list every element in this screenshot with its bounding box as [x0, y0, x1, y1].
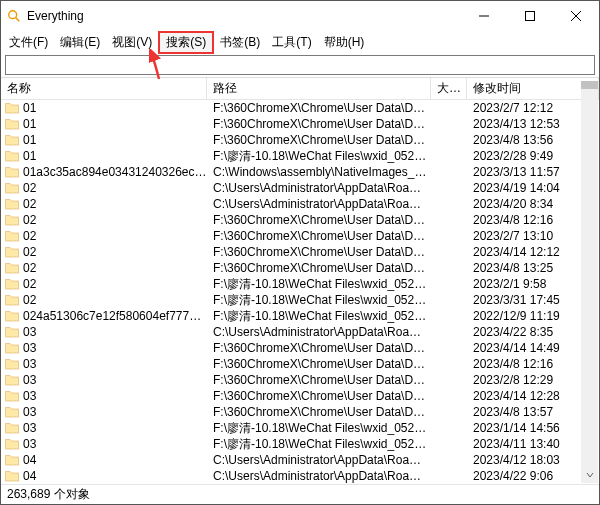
vertical-scrollbar[interactable] [581, 81, 598, 483]
table-row[interactable]: 024a51306c7e12f580604ef77723f877F:\廖清-10… [1, 308, 599, 324]
folder-icon [5, 262, 19, 274]
scroll-thumb[interactable] [581, 81, 598, 89]
table-row[interactable]: 01a3c35ac894e03431240326ecfca933C:\Windo… [1, 164, 599, 180]
table-row[interactable]: 03F:\360ChromeX\Chrome\User Data\Defa...… [1, 340, 599, 356]
table-row[interactable]: 02C:\Users\Administrator\AppData\Roamin.… [1, 196, 599, 212]
search-input[interactable] [5, 55, 595, 75]
column-header-date[interactable]: 修改时间 [467, 78, 599, 99]
folder-icon [5, 294, 19, 306]
cell-date: 2023/2/1 9:58 [467, 277, 599, 291]
cell-name: 02 [23, 229, 207, 243]
folder-icon [5, 310, 19, 322]
table-row[interactable]: 03F:\360ChromeX\Chrome\User Data\Defa...… [1, 404, 599, 420]
cell-name: 02 [23, 245, 207, 259]
table-row[interactable]: 02C:\Users\Administrator\AppData\Roamin.… [1, 180, 599, 196]
table-row[interactable]: 03F:\廖清-10.18\WeChat Files\wxid_052h4x2.… [1, 420, 599, 436]
table-row[interactable]: 03F:\廖清-10.18\WeChat Files\wxid_052h4x2.… [1, 436, 599, 452]
minimize-button[interactable] [461, 1, 507, 31]
cell-date: 2023/4/8 12:16 [467, 357, 599, 371]
cell-date: 2023/4/11 13:40 [467, 437, 599, 451]
table-row[interactable]: 01F:\廖清-10.18\WeChat Files\wxid_052h4x2.… [1, 148, 599, 164]
table-row[interactable]: 02F:\360ChromeX\Chrome\User Data\Defa...… [1, 228, 599, 244]
cell-date: 2023/2/28 9:49 [467, 149, 599, 163]
cell-date: 2023/3/31 17:45 [467, 293, 599, 307]
table-row[interactable]: 02F:\廖清-10.18\WeChat Files\wxid_052h4x2.… [1, 276, 599, 292]
cell-date: 2023/4/8 13:56 [467, 133, 599, 147]
column-header-size[interactable]: 大小 [431, 78, 467, 99]
cell-path: F:\廖清-10.18\WeChat Files\wxid_052h4x2... [207, 420, 431, 437]
cell-name: 02 [23, 261, 207, 275]
cell-name: 02 [23, 213, 207, 227]
folder-icon [5, 342, 19, 354]
table-row[interactable]: 03F:\360ChromeX\Chrome\User Data\Defa...… [1, 356, 599, 372]
close-button[interactable] [553, 1, 599, 31]
cell-name: 01 [23, 149, 207, 163]
cell-name: 03 [23, 421, 207, 435]
cell-name: 03 [23, 325, 207, 339]
folder-icon [5, 454, 19, 466]
menu-item[interactable]: 工具(T) [266, 33, 317, 52]
table-row[interactable]: 01F:\360ChromeX\Chrome\User Data\Defa...… [1, 132, 599, 148]
cell-path: F:\360ChromeX\Chrome\User Data\Defa... [207, 213, 431, 227]
folder-icon [5, 374, 19, 386]
folder-icon [5, 390, 19, 402]
table-row[interactable]: 04C:\Users\Administrator\AppData\Roamin.… [1, 468, 599, 484]
menu-item[interactable]: 编辑(E) [54, 33, 106, 52]
table-row[interactable]: 01F:\360ChromeX\Chrome\User Data\Defa...… [1, 116, 599, 132]
cell-date: 2023/4/12 18:03 [467, 453, 599, 467]
folder-icon [5, 358, 19, 370]
cell-name: 02 [23, 181, 207, 195]
column-header-path[interactable]: 路径 [207, 78, 431, 99]
svg-rect-3 [526, 12, 535, 21]
table-row[interactable]: 01F:\360ChromeX\Chrome\User Data\Defa...… [1, 100, 599, 116]
cell-path: F:\360ChromeX\Chrome\User Data\Defa... [207, 389, 431, 403]
cell-path: F:\廖清-10.18\WeChat Files\wxid_052h4x2... [207, 276, 431, 293]
maximize-button[interactable] [507, 1, 553, 31]
cell-name: 04 [23, 469, 207, 483]
menu-item[interactable]: 搜索(S) [158, 31, 214, 54]
folder-icon [5, 422, 19, 434]
menu-item[interactable]: 书签(B) [214, 33, 266, 52]
cell-path: F:\360ChromeX\Chrome\User Data\Defa... [207, 357, 431, 371]
cell-name: 03 [23, 373, 207, 387]
table-row[interactable]: 03F:\360ChromeX\Chrome\User Data\Defa...… [1, 372, 599, 388]
menu-item[interactable]: 文件(F) [3, 33, 54, 52]
cell-path: F:\廖清-10.18\WeChat Files\wxid_052h4x2... [207, 148, 431, 165]
cell-date: 2023/4/22 9:06 [467, 469, 599, 483]
menu-item[interactable]: 视图(V) [106, 33, 158, 52]
cell-name: 03 [23, 357, 207, 371]
cell-name: 01a3c35ac894e03431240326ecfca933 [23, 165, 207, 179]
cell-date: 2023/4/8 12:16 [467, 213, 599, 227]
table-row[interactable]: 04C:\Users\Administrator\AppData\Roamin.… [1, 452, 599, 468]
table-row[interactable]: 02F:\360ChromeX\Chrome\User Data\Defa...… [1, 212, 599, 228]
results-list: 名称 路径 大小 修改时间 01F:\360ChromeX\Chrome\Use… [1, 77, 599, 484]
folder-icon [5, 166, 19, 178]
scroll-down-arrow[interactable] [581, 466, 598, 483]
search-bar-container [1, 53, 599, 77]
menubar: 文件(F)编辑(E)视图(V)搜索(S)书签(B)工具(T)帮助(H) [1, 31, 599, 53]
table-row[interactable]: 02F:\360ChromeX\Chrome\User Data\Defa...… [1, 244, 599, 260]
cell-path: C:\Users\Administrator\AppData\Roamin... [207, 181, 431, 195]
table-row[interactable]: 02F:\廖清-10.18\WeChat Files\wxid_052h4x2.… [1, 292, 599, 308]
folder-icon [5, 118, 19, 130]
cell-date: 2023/4/19 14:04 [467, 181, 599, 195]
table-row[interactable]: 03F:\360ChromeX\Chrome\User Data\Defa...… [1, 388, 599, 404]
menu-item[interactable]: 帮助(H) [318, 33, 371, 52]
table-row[interactable]: 02F:\360ChromeX\Chrome\User Data\Defa...… [1, 260, 599, 276]
cell-path: F:\360ChromeX\Chrome\User Data\Defa... [207, 117, 431, 131]
cell-date: 2023/4/14 12:28 [467, 389, 599, 403]
cell-name: 024a51306c7e12f580604ef77723f877 [23, 309, 207, 323]
column-header-name[interactable]: 名称 [1, 78, 207, 99]
column-headers: 名称 路径 大小 修改时间 [1, 78, 599, 100]
cell-name: 03 [23, 341, 207, 355]
folder-icon [5, 230, 19, 242]
cell-name: 01 [23, 101, 207, 115]
cell-date: 2023/4/13 12:53 [467, 117, 599, 131]
cell-name: 01 [23, 133, 207, 147]
cell-name: 02 [23, 197, 207, 211]
cell-path: C:\Users\Administrator\AppData\Roamin... [207, 325, 431, 339]
cell-path: F:\360ChromeX\Chrome\User Data\Defa... [207, 341, 431, 355]
cell-path: F:\廖清-10.18\WeChat Files\wxid_052h4x2... [207, 308, 431, 325]
table-row[interactable]: 03C:\Users\Administrator\AppData\Roamin.… [1, 324, 599, 340]
cell-name: 01 [23, 117, 207, 131]
